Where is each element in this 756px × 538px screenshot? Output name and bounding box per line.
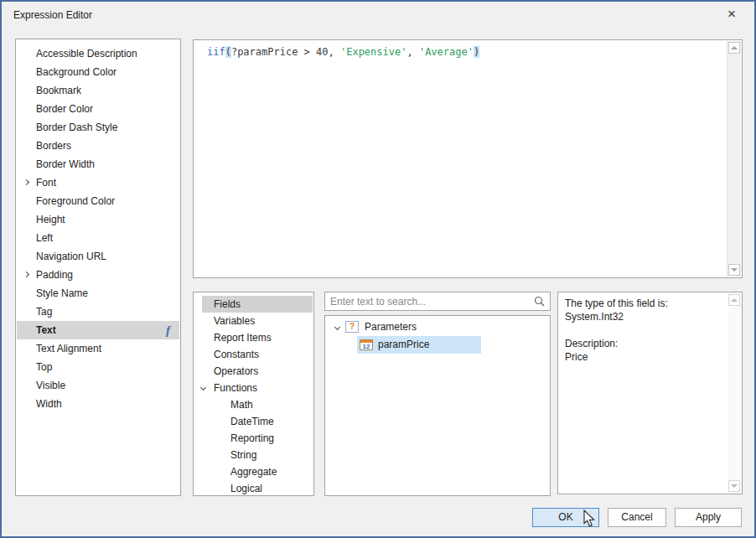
property-label: Text Alignment <box>36 343 101 354</box>
category-label: Functions <box>214 382 257 394</box>
code-token-plain: ?paramPrice > 40, <box>231 46 340 58</box>
property-item-text-alignment[interactable]: Text Alignment <box>17 339 179 358</box>
property-item-text-selected[interactable]: Textf <box>17 321 179 339</box>
category-item-functions[interactable]: Functions <box>194 380 313 396</box>
category-list: Fields Variables Report Items Constants … <box>193 292 314 496</box>
category-item-operators[interactable]: Operators <box>194 363 313 380</box>
apply-button[interactable]: Apply <box>675 508 742 527</box>
title-bar: Expression Editor × <box>2 2 754 30</box>
tree-node-paramprice-selected[interactable]: 12 paramPrice <box>326 336 549 354</box>
property-label: Width <box>36 398 62 410</box>
editor-scrollbar[interactable] <box>727 41 741 277</box>
property-label: Navigation URL <box>36 251 106 262</box>
category-item-reporting[interactable]: Reporting <box>194 430 313 447</box>
property-label: Bookmark <box>36 85 81 96</box>
category-item-logical[interactable]: Logical <box>194 480 313 497</box>
property-label: Visible <box>36 380 65 391</box>
category-label: Variables <box>214 315 255 327</box>
chevron-right-icon[interactable] <box>23 179 29 185</box>
category-item-variables[interactable]: Variables <box>194 313 313 329</box>
category-label: Operators <box>214 365 258 377</box>
category-item-fields-selected[interactable]: Fields <box>202 296 313 313</box>
property-item-accessible-description[interactable]: Accessible Description <box>17 44 179 63</box>
property-label: Borders <box>36 140 71 152</box>
property-item-navigation-url[interactable]: Navigation URL <box>17 247 179 266</box>
property-label: Padding <box>36 269 73 281</box>
property-item-border-dash-style[interactable]: Border Dash Style <box>17 118 179 137</box>
expression-editor-dialog: Expression Editor × Accessible Descripti… <box>0 0 756 538</box>
property-label: Text <box>36 324 56 336</box>
category-item-string[interactable]: String <box>194 447 313 463</box>
category-item-math[interactable]: Math <box>194 396 313 413</box>
search-icon[interactable] <box>534 296 545 307</box>
category-label: Aggregate <box>230 466 277 478</box>
parameters-group-icon: ? <box>345 321 359 333</box>
property-label: Top <box>36 361 52 373</box>
expression-text: iif(?paramPrice > 40, 'Expensive', 'Aver… <box>207 46 479 58</box>
category-label: DateTime <box>230 416 274 427</box>
field-description-panel: The type of this field is: System.Int32 … <box>557 292 743 494</box>
category-item-aggregate[interactable]: Aggregate <box>194 463 313 480</box>
chevron-down-icon[interactable] <box>200 385 206 391</box>
search-box <box>324 292 551 311</box>
expression-code-editor[interactable]: iif(?paramPrice > 40, 'Expensive', 'Aver… <box>193 39 743 278</box>
property-label: Left <box>36 232 53 244</box>
property-item-font[interactable]: Font <box>17 173 179 192</box>
property-item-background-color[interactable]: Background Color <box>17 63 179 81</box>
property-label: Foreground Color <box>36 195 115 207</box>
category-label: Logical <box>230 483 262 494</box>
category-label: Reporting <box>230 432 274 444</box>
code-token-open-paren: ( <box>225 46 231 58</box>
scroll-down-icon[interactable] <box>728 480 740 492</box>
property-item-width[interactable]: Width <box>17 395 179 413</box>
property-item-foreground-color[interactable]: Foreground Color <box>17 192 179 210</box>
window-title: Expression Editor <box>13 9 92 21</box>
property-item-border-color[interactable]: Border Color <box>17 100 179 118</box>
property-item-left[interactable]: Left <box>17 229 179 247</box>
property-item-border-width[interactable]: Border Width <box>17 155 179 173</box>
code-token-string: 'Average' <box>419 46 474 58</box>
tree-node-label: paramPrice <box>378 336 429 354</box>
property-label: Border Width <box>36 158 95 170</box>
chevron-down-icon[interactable] <box>334 324 340 330</box>
property-item-style-name[interactable]: Style Name <box>17 284 179 303</box>
property-item-bookmark[interactable]: Bookmark <box>17 81 179 100</box>
category-item-constants[interactable]: Constants <box>194 346 313 363</box>
property-label: Style Name <box>36 287 88 299</box>
function-fx-icon: f <box>166 322 170 339</box>
scroll-up-icon[interactable] <box>728 294 740 306</box>
chevron-right-icon[interactable] <box>23 272 29 277</box>
property-item-height[interactable]: Height <box>17 210 179 229</box>
category-item-report-items[interactable]: Report Items <box>194 329 313 346</box>
int32-parameter-icon: 12 <box>360 339 373 350</box>
cancel-button[interactable]: Cancel <box>608 508 666 527</box>
property-label: Accessible Description <box>36 48 137 59</box>
field-description-text: The type of this field is: System.Int32 … <box>565 297 723 364</box>
property-label: Height <box>36 214 65 225</box>
category-item-datetime[interactable]: DateTime <box>194 413 313 430</box>
property-item-top[interactable]: Top <box>17 358 179 376</box>
close-icon[interactable]: × <box>722 6 741 23</box>
category-label: String <box>230 449 256 461</box>
property-item-tag[interactable]: Tag <box>17 303 179 321</box>
scroll-up-icon[interactable] <box>728 42 740 54</box>
code-token-string: 'Expensive' <box>340 46 406 58</box>
ok-button[interactable]: OK <box>532 508 599 527</box>
code-token-close-paren: ) <box>474 46 479 58</box>
category-label: Constants <box>214 349 259 360</box>
code-token-keyword: iif <box>207 46 225 58</box>
scroll-down-icon[interactable] <box>728 264 740 276</box>
property-label: Background Color <box>36 66 117 78</box>
property-label: Border Color <box>36 103 93 115</box>
property-item-visible[interactable]: Visible <box>17 376 179 395</box>
property-label: Font <box>36 177 56 189</box>
property-list: Accessible Description Background Color … <box>15 39 181 496</box>
description-scrollbar[interactable] <box>728 293 741 493</box>
category-label: Math <box>230 399 253 411</box>
category-label: Fields <box>214 298 241 310</box>
property-item-padding[interactable]: Padding <box>17 266 179 284</box>
property-item-borders[interactable]: Borders <box>17 137 179 155</box>
search-input[interactable] <box>330 294 523 308</box>
code-token-plain: , <box>406 46 418 58</box>
tree-node-parameters[interactable]: ? Parameters <box>326 318 549 336</box>
